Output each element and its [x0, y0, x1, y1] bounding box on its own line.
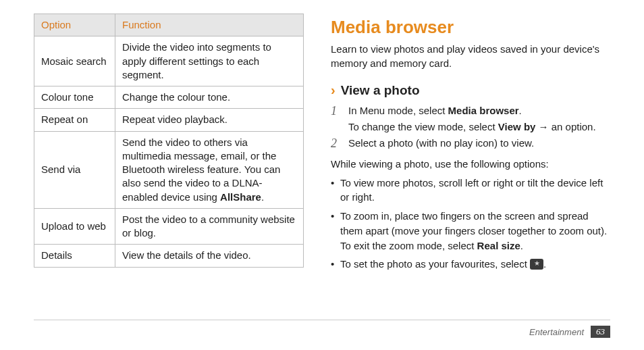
cell-function: View the details of the video.: [115, 245, 304, 267]
list-text: .: [520, 240, 523, 251]
step-text: .: [519, 105, 522, 116]
cell-option: Colour tone: [34, 86, 115, 109]
list-text: To view more photos, scroll left or righ…: [340, 177, 603, 203]
table-row: Upload to web Post the video to a commun…: [34, 208, 304, 245]
cell-text: .: [261, 191, 264, 203]
list-bold: Real size: [477, 240, 520, 251]
subsection-title: View a photo: [341, 83, 420, 98]
cell-option: Send via: [34, 131, 115, 208]
step-text: → an option.: [535, 121, 595, 132]
table-header-row: Option Function: [34, 14, 304, 36]
step-2: 2 Select a photo (with no play icon) to …: [331, 136, 610, 151]
table-row: Mosaic search Divide the video into segm…: [34, 36, 304, 86]
step-number: 2: [331, 136, 342, 151]
section-intro: Learn to view photos and play videos sav…: [331, 42, 610, 70]
step-body: Select a photo (with no play icon) to vi…: [348, 136, 534, 151]
page-footer: Entertainment 63: [529, 326, 610, 338]
left-column: Option Function Mosaic search Divide the…: [34, 14, 304, 276]
chevron-right-icon: ›: [331, 82, 336, 98]
section-title: Media browser: [331, 17, 610, 38]
footer-category: Entertainment: [529, 327, 584, 337]
body-text: While viewing a photo, use the following…: [331, 157, 610, 172]
cell-option: Upload to web: [34, 208, 115, 245]
step-1: 1 In Menu mode, select Media browser. To…: [331, 103, 610, 134]
step-text: Select a photo (with no play icon) to vi…: [348, 136, 534, 151]
step-text: To change the view mode, select: [348, 121, 498, 132]
list-text: .: [543, 258, 546, 270]
cell-function: Repeat video playback.: [115, 109, 304, 131]
table-row: Details View the details of the video.: [34, 245, 304, 267]
step-body: In Menu mode, select Media browser. To c…: [348, 103, 596, 134]
cell-function: Change the colour tone.: [115, 86, 304, 109]
header-option: Option: [34, 14, 115, 36]
list-item: To zoom in, place two fingers on the scr…: [331, 209, 610, 253]
page-content: Option Function Mosaic search Divide the…: [0, 0, 644, 276]
cell-function: Post the video to a community website or…: [115, 208, 304, 245]
footer-rule: [34, 320, 610, 320]
cell-option: Mosaic search: [34, 36, 115, 86]
right-column: Media browser Learn to view photos and p…: [331, 14, 610, 276]
step-number: 1: [331, 103, 342, 134]
header-function: Function: [115, 14, 304, 36]
cell-option: Repeat on: [34, 109, 115, 131]
table-row: Colour tone Change the colour tone.: [34, 86, 304, 109]
list-text: To set the photo as your favourites, sel…: [340, 258, 530, 270]
table-row: Repeat on Repeat video playback.: [34, 109, 304, 131]
favourite-star-icon: [530, 259, 543, 270]
step-bold: View by: [498, 121, 536, 132]
bullet-list: To view more photos, scroll left or righ…: [331, 176, 610, 272]
list-text: To zoom in, place two fingers on the scr…: [340, 210, 607, 251]
footer-page-number: 63: [591, 326, 610, 338]
cell-function: Divide the video into segments to apply …: [115, 36, 304, 86]
step-bold: Media browser: [448, 105, 519, 116]
table-row: Send via Send the video to others via mu…: [34, 131, 304, 208]
subsection-header: › View a photo: [331, 82, 610, 98]
cell-bold: AllShare: [220, 191, 261, 203]
list-item: To view more photos, scroll left or righ…: [331, 176, 610, 205]
cell-option: Details: [34, 245, 115, 267]
cell-function: Send the video to others via multimedia …: [115, 131, 304, 208]
options-table: Option Function Mosaic search Divide the…: [34, 14, 304, 268]
step-text: In Menu mode, select: [348, 105, 448, 116]
list-item: To set the photo as your favourites, sel…: [331, 257, 610, 272]
